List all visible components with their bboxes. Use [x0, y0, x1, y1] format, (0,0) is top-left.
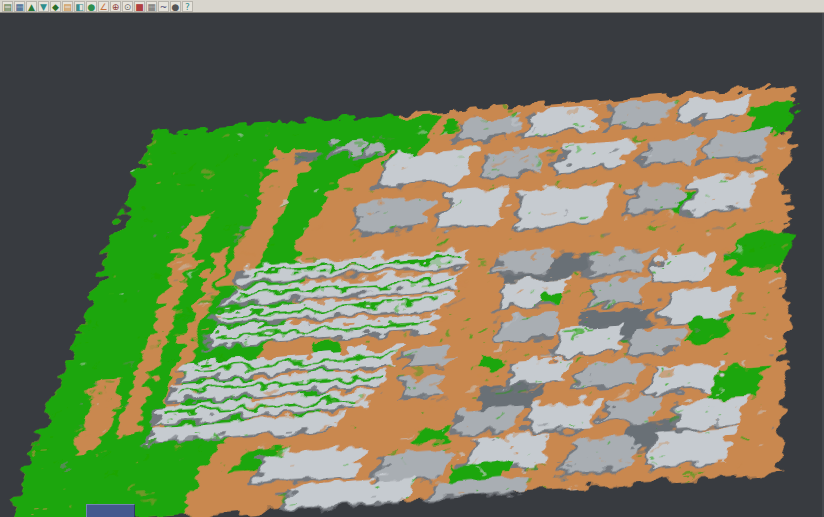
palette-icon[interactable]: ◧	[74, 1, 85, 12]
terrain-icon[interactable]: ◆	[50, 1, 61, 12]
target-icon[interactable]: ⊙	[122, 1, 133, 12]
import-icon[interactable]: ▲	[26, 1, 37, 12]
save-icon[interactable]: ▦	[14, 1, 25, 12]
snapshot-icon[interactable]: ●	[170, 1, 181, 12]
open-icon[interactable]: ▤	[2, 1, 13, 12]
crop-icon[interactable]: ■	[134, 1, 145, 12]
measure-icon[interactable]: ∠	[98, 1, 109, 12]
toolbar: ▤▦▲▼◆▤◧●∠⊕⊙■▦~●?	[0, 0, 824, 13]
partial-window-fragment[interactable]	[86, 504, 135, 517]
point-cloud-scene[interactable]	[0, 13, 824, 517]
grid-icon[interactable]: ▦	[146, 1, 157, 12]
profile-icon[interactable]: ~	[158, 1, 169, 12]
globe-icon[interactable]: ●	[86, 1, 97, 12]
help-icon[interactable]: ?	[182, 1, 193, 12]
scene-layer	[4, 76, 824, 517]
settings-icon[interactable]: ⊕	[110, 1, 121, 12]
viewport-3d[interactable]	[0, 13, 824, 517]
export-icon[interactable]: ▼	[38, 1, 49, 12]
layers-icon[interactable]: ▤	[62, 1, 73, 12]
